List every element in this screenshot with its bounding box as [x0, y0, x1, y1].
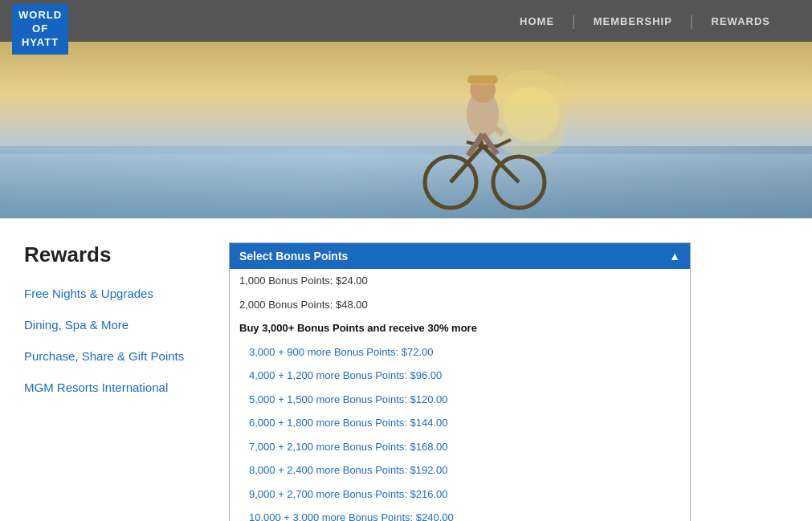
select-option-10[interactable]: 10,000 + 3,000 more Bonus Points: $240.0…: [230, 506, 690, 521]
select-option-0[interactable]: 1,000 Bonus Points: $24.00: [230, 269, 690, 293]
svg-rect-13: [468, 75, 497, 83]
hero-image: [0, 42, 812, 218]
select-option-6[interactable]: 6,000 + 1,800 more Bonus Points: $144.00: [230, 411, 690, 435]
select-option-2[interactable]: Buy 3,000+ Bonus Points and receive 30% …: [230, 316, 690, 340]
select-header-label: Select Bonus Points: [239, 250, 348, 263]
svg-point-1: [503, 86, 559, 142]
sidebar-title: Rewards: [24, 242, 205, 267]
select-option-5[interactable]: 5,000 + 1,500 more Bonus Points: $120.00: [230, 388, 690, 412]
hero-figure: [402, 66, 563, 218]
scroll-up-indicator: ▲: [669, 250, 680, 263]
nav-membership[interactable]: MEMBERSHIP: [576, 15, 690, 27]
svg-line-4: [451, 146, 483, 182]
bonus-points-select[interactable]: Select Bonus Points ▲ 1,000 Bonus Points…: [229, 242, 691, 521]
select-option-7[interactable]: 7,000 + 2,100 more Bonus Points: $168.00: [230, 435, 690, 459]
site-logo[interactable]: WORLD OF HYATT: [12, 4, 68, 55]
select-header[interactable]: Select Bonus Points ▲: [230, 243, 690, 269]
sidebar-link-mgm[interactable]: MGM Resorts International: [24, 379, 205, 396]
select-option-1[interactable]: 2,000 Bonus Points: $48.00: [230, 293, 690, 317]
main-content: Rewards Free Nights & Upgrades Dining, S…: [0, 218, 812, 521]
select-options-list[interactable]: 1,000 Bonus Points: $24.002,000 Bonus Po…: [230, 269, 690, 521]
select-option-3[interactable]: 3,000 + 900 more Bonus Points: $72.00: [230, 340, 690, 364]
select-option-8[interactable]: 8,000 + 2,400 more Bonus Points: $192.00: [230, 458, 690, 482]
nav-rewards[interactable]: REWARDS: [694, 15, 788, 27]
top-navigation: WORLD OF HYATT HOME | MEMBERSHIP | REWAR…: [0, 0, 812, 42]
select-option-4[interactable]: 4,000 + 1,200 more Bonus Points: $96.00: [230, 364, 690, 388]
nav-links: HOME | MEMBERSHIP | REWARDS: [502, 14, 788, 28]
sidebar-link-dining[interactable]: Dining, Spa & More: [24, 316, 205, 333]
select-option-9[interactable]: 9,000 + 2,700 more Bonus Points: $216.00: [230, 482, 690, 507]
sidebar-link-free-nights[interactable]: Free Nights & Upgrades: [24, 285, 205, 302]
dropdown-area: Select Bonus Points ▲ 1,000 Bonus Points…: [221, 218, 812, 521]
sidebar: Rewards Free Nights & Upgrades Dining, S…: [0, 218, 221, 521]
nav-home[interactable]: HOME: [502, 15, 572, 27]
sidebar-link-purchase[interactable]: Purchase, Share & Gift Points: [24, 348, 205, 364]
